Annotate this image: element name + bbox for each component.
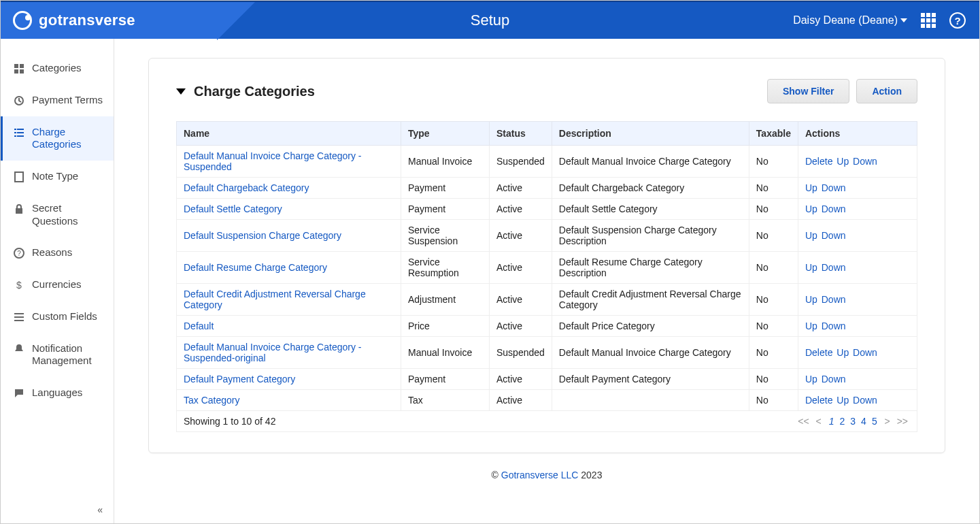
sidebar-item-notification-management[interactable]: Notification Management	[1, 333, 114, 378]
cell-status: Active	[490, 252, 552, 284]
sidebar-collapse-button[interactable]: «	[97, 504, 103, 515]
cell-type: Payment	[401, 178, 490, 199]
column-header[interactable]: Description	[552, 122, 749, 146]
row-name-link[interactable]: Default Settle Category	[184, 203, 282, 214]
action-delete[interactable]: Delete	[805, 347, 835, 358]
help-icon[interactable]: ?	[949, 12, 966, 29]
cell-actions: Up Down	[798, 316, 917, 337]
action-up[interactable]: Up	[805, 321, 820, 331]
action-up[interactable]: Up	[805, 203, 820, 214]
cell-taxable: No	[749, 390, 798, 411]
collapse-triangle-icon[interactable]	[176, 88, 186, 95]
column-header[interactable]: Taxable	[749, 122, 798, 146]
sidebar-item-currencies[interactable]: $Currencies	[1, 269, 114, 301]
cell-description: Default Payment Category	[552, 369, 749, 390]
action-up[interactable]: Up	[837, 347, 851, 358]
sidebar-item-label: Secret Questions	[32, 202, 104, 228]
sidebar-item-custom-fields[interactable]: Custom Fields	[1, 301, 114, 333]
action-down[interactable]: Down	[853, 156, 877, 167]
list-icon	[13, 126, 25, 138]
categories-icon	[13, 62, 25, 74]
apps-grid-icon[interactable]	[921, 13, 936, 28]
cell-type: Manual Invoice	[401, 337, 490, 369]
table-row: Default Payment CategoryPaymentActiveDef…	[177, 369, 917, 390]
row-name-link[interactable]: Default Resume Charge Category	[184, 262, 327, 273]
show-filter-button[interactable]: Show Filter	[767, 79, 849, 103]
speech-icon	[13, 387, 25, 399]
sidebar-item-label: Categories	[32, 62, 82, 75]
row-name-link[interactable]: Default Credit Adjustment Reversal Charg…	[184, 289, 366, 310]
cell-status: Active	[490, 284, 552, 316]
sidebar-item-label: Note Type	[32, 170, 78, 183]
page-number[interactable]: 4	[861, 416, 866, 427]
page-number[interactable]: 2	[839, 416, 845, 427]
sidebar-item-label: Reasons	[32, 246, 72, 259]
column-header[interactable]: Status	[490, 122, 552, 146]
brand-logo-icon	[13, 11, 32, 30]
svg-rect-9	[14, 135, 16, 137]
action-down[interactable]: Down	[853, 395, 877, 406]
cell-status: Active	[490, 369, 552, 390]
sidebar-item-reasons[interactable]: ?Reasons	[1, 237, 114, 269]
charge-categories-table: NameTypeStatusDescriptionTaxableActions …	[176, 121, 917, 432]
action-up[interactable]: Up	[805, 374, 820, 384]
page-number[interactable]: 5	[872, 416, 877, 427]
cell-description: Default Manual Invoice Charge Category	[552, 146, 749, 178]
action-up[interactable]: Up	[805, 182, 820, 193]
column-header[interactable]: Type	[401, 122, 490, 146]
column-header[interactable]: Actions	[798, 122, 917, 146]
action-down[interactable]: Down	[822, 230, 846, 241]
page-first[interactable]: <<	[798, 416, 809, 427]
action-delete[interactable]: Delete	[805, 395, 835, 406]
lock-icon	[13, 202, 25, 214]
bell-icon	[13, 342, 25, 355]
column-header[interactable]: Name	[177, 122, 401, 146]
sidebar-item-languages[interactable]: Languages	[1, 377, 114, 409]
sidebar-item-note-type[interactable]: Note Type	[1, 161, 114, 193]
cell-description: Default Credit Adjustment Reversal Charg…	[552, 284, 749, 316]
page-last[interactable]: >>	[897, 416, 908, 427]
page-prev[interactable]: <	[816, 416, 822, 427]
dollar-icon: $	[13, 278, 25, 291]
page-next[interactable]: >	[885, 416, 890, 427]
table-row: Tax CategoryTaxActiveNoDelete Up Down	[177, 390, 917, 411]
row-name-link[interactable]: Default Suspension Charge Category	[184, 230, 341, 241]
action-delete[interactable]: Delete	[805, 156, 835, 167]
table-row: DefaultPriceActiveDefault Price Category…	[177, 316, 917, 337]
action-up[interactable]: Up	[837, 156, 851, 167]
row-name-link[interactable]: Default	[184, 321, 214, 331]
sidebar-item-secret-questions[interactable]: Secret Questions	[1, 193, 114, 238]
body: CategoriesPayment TermsCharge Categories…	[1, 39, 979, 523]
row-name-link[interactable]: Default Manual Invoice Charge Category -…	[184, 342, 361, 363]
action-up[interactable]: Up	[805, 230, 820, 241]
page-number[interactable]: 1	[829, 416, 834, 427]
action-up[interactable]: Up	[837, 395, 851, 406]
chevron-down-icon	[900, 18, 907, 22]
action-down[interactable]: Down	[822, 203, 846, 214]
sidebar-item-charge-categories[interactable]: Charge Categories	[1, 116, 114, 161]
action-down[interactable]: Down	[822, 321, 846, 331]
action-down[interactable]: Down	[822, 182, 846, 193]
row-name-link[interactable]: Default Manual Invoice Charge Category -…	[184, 150, 361, 172]
action-down[interactable]: Down	[822, 374, 846, 384]
row-name-link[interactable]: Tax Category	[184, 395, 239, 406]
action-up[interactable]: Up	[805, 294, 820, 305]
action-down[interactable]: Down	[853, 347, 877, 358]
sidebar-item-payment-terms[interactable]: Payment Terms	[1, 84, 114, 116]
page-number[interactable]: 3	[850, 416, 856, 427]
action-down[interactable]: Down	[822, 294, 846, 305]
cell-description: Default Manual Invoice Charge Category	[552, 337, 749, 369]
footer-company-link[interactable]: Gotransverse LLC	[501, 470, 579, 480]
action-up[interactable]: Up	[805, 262, 820, 273]
sidebar-item-categories[interactable]: Categories	[1, 52, 114, 84]
row-name-link[interactable]: Default Chargeback Category	[184, 182, 309, 193]
svg-rect-7	[14, 132, 16, 133]
top-right-controls: Daisy Deane (Deane) ?	[793, 12, 979, 29]
sidebar-item-label: Languages	[32, 387, 82, 399]
svg-rect-0	[14, 64, 18, 68]
row-name-link[interactable]: Default Payment Category	[184, 374, 295, 384]
action-down[interactable]: Down	[822, 262, 846, 273]
cell-type: Service Suspension	[401, 220, 490, 252]
action-button[interactable]: Action	[856, 79, 917, 103]
user-menu[interactable]: Daisy Deane (Deane)	[793, 14, 907, 27]
